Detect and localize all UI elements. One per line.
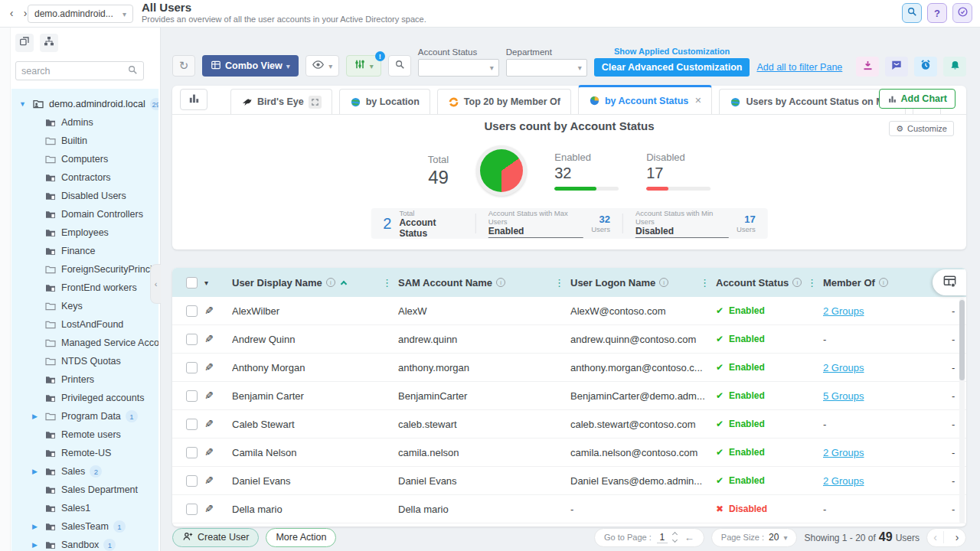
stat-value-link[interactable]: Enabled [488,226,583,238]
edit-row-icon[interactable]: ✎ [204,305,214,317]
domain-selector[interactable]: demo.admindroid... ▾ [28,5,133,23]
table-row[interactable]: ✎Anthony Morgananthony.morgananthony.mor… [172,354,966,382]
column-menu-icon[interactable]: ⋮ [807,277,817,289]
tree-item[interactable]: Builtin [11,132,158,150]
chart-tab[interactable]: by Account Status✕ [578,85,713,114]
tree-item[interactable]: Remote-US [11,444,158,462]
row-checkbox[interactable] [186,334,198,345]
expand-icon[interactable] [309,96,322,109]
row-checkbox[interactable] [186,419,198,430]
show-applied-customization-link[interactable]: Show Applied Customization [614,47,730,56]
table-row[interactable]: ✎Della marioDella mario-✖Disabled-- [172,495,966,523]
tree-item[interactable]: FrontEnd workers [11,279,158,297]
goto-page-input[interactable]: 1 [657,532,668,543]
help-button[interactable]: ? [927,3,947,23]
combo-view-button[interactable]: Combo View ▾ [202,55,299,77]
export-button[interactable] [856,57,879,77]
table-search-button[interactable] [388,55,411,77]
column-settings-button[interactable] [933,269,966,295]
tree-item[interactable]: ▼demo.admindroid.local29 [11,95,158,113]
column-header[interactable]: User Display Namei⋮ [232,268,398,297]
close-tab-icon[interactable]: ✕ [694,96,701,106]
org-tree-view-button[interactable] [40,34,58,52]
tree-item[interactable]: ForeignSecurityPrincipals [11,260,158,279]
column-header[interactable]: SAM Account Namei⋮ [398,268,570,297]
tree-item[interactable]: ▶Sales2 [11,462,158,481]
tree-item[interactable]: Admins [11,113,158,132]
chart-tab[interactable]: Users by Account Status on Map [719,89,906,114]
chart-tab[interactable]: by Location [339,89,430,114]
edit-row-icon[interactable]: ✎ [204,474,214,487]
member-of-link[interactable]: 2 Groups [823,475,864,487]
edit-row-icon[interactable]: ✎ [204,503,214,515]
member-of-link[interactable]: 2 Groups [823,362,864,373]
row-checkbox[interactable] [186,447,198,458]
row-checkbox[interactable] [186,362,198,373]
edit-row-icon[interactable]: ✎ [204,361,214,373]
sidebar-collapse-handle[interactable]: ‹ [150,264,161,304]
view-columns-button[interactable]: ▾ [305,55,339,77]
member-of-link[interactable]: 5 Groups [823,390,864,402]
column-menu-icon[interactable]: ⋮ [382,277,392,289]
tree-item[interactable]: Keys [11,297,158,315]
chart-tab[interactable]: Bird's Eye [230,89,332,114]
edit-row-icon[interactable]: ✎ [204,418,214,430]
schedule-button[interactable] [914,57,937,77]
tree-item[interactable]: Employees [11,223,158,242]
chevron-collapsed-icon[interactable]: ▶ [30,523,40,530]
scrollbar-thumb[interactable] [959,300,965,380]
tree-item[interactable]: Sales Department [11,481,158,499]
history-button[interactable] [952,3,972,23]
tree-item[interactable]: Contractors [11,168,158,187]
member-of-link[interactable]: 2 Groups [823,447,864,458]
table-row[interactable]: ✎Camila Nelsoncamila.nelsoncamila.nelson… [172,439,966,467]
tree-item[interactable]: Computers [11,150,158,168]
page-prev-icon[interactable]: ‹ [927,531,944,543]
sidebar-search-input[interactable] [21,66,127,77]
member-of-link[interactable]: 2 Groups [823,305,864,317]
page-stepper[interactable] [673,533,677,542]
tree-item[interactable]: Finance [11,242,158,260]
edit-row-icon[interactable]: ✎ [204,333,214,345]
edit-row-icon[interactable]: ✎ [204,390,214,402]
ou-view-button[interactable] [15,34,34,52]
row-checkbox[interactable] [186,305,198,317]
more-action-button[interactable]: More Action [266,528,336,547]
filter-settings-button[interactable]: ▾ ! [346,55,381,77]
chart-type-button[interactable] [180,89,207,110]
column-header[interactable]: Account Statusi⋮ [716,268,823,297]
column-header[interactable]: Member Ofi [823,268,946,297]
add-chart-button[interactable]: Add Chart [879,89,956,109]
add-all-to-filter-pane-link[interactable]: Add all to filter Pane [756,62,842,77]
sort-ascending-icon[interactable] [341,280,347,286]
stat-value-link[interactable]: Disabled [635,226,729,238]
table-row[interactable]: ✎Andrew Quinnandrew.quinnandrew.quinn@co… [172,325,966,354]
page-size-select[interactable]: Page Size : 20 ▾ [711,528,798,547]
account-status-select[interactable]: ▾ [418,59,499,77]
notifications-button[interactable] [943,57,966,77]
tree-item[interactable]: NTDS Quotas [11,352,158,370]
tree-item[interactable]: LostAndFound [11,315,158,334]
table-row[interactable]: ✎AlexWilberAlexWAlexW@contoso.com✔Enable… [172,297,966,325]
department-select[interactable]: ▾ [506,59,587,77]
go-arrow-icon[interactable]: ← [684,532,694,543]
chart-tab[interactable]: Top 20 by Member Of [437,89,571,114]
global-search-button[interactable] [902,3,922,23]
table-row[interactable]: ✎Caleb Stewartcaleb.stewartcaleb.stewart… [172,410,966,439]
column-menu-icon[interactable]: ⋮ [700,277,710,289]
column-header[interactable]: User Logon Namei⋮ [570,268,716,297]
table-row[interactable]: ✎Daniel EvansDaniel EvansDaniel Evans@de… [172,467,966,495]
clear-advanced-customization-button[interactable]: Clear Advanced Customization [594,58,750,77]
create-user-button[interactable]: Create User [172,528,259,547]
tree-item[interactable]: ▶Program Data1 [11,407,158,425]
select-all-checkbox[interactable] [186,277,198,289]
row-checkbox[interactable] [186,475,198,487]
tree-item[interactable]: Sales1 [11,499,158,517]
row-checkbox[interactable] [186,504,198,515]
chevron-collapsed-icon[interactable]: ▶ [30,541,40,549]
tree-item[interactable]: Disabled Users [11,187,158,205]
tree-item[interactable]: ▶Sandbox1 [11,536,158,551]
edit-row-icon[interactable]: ✎ [204,446,214,458]
tree-item[interactable]: Printers [11,370,158,389]
tree-item[interactable]: ▶SalesTeam1 [11,517,158,536]
